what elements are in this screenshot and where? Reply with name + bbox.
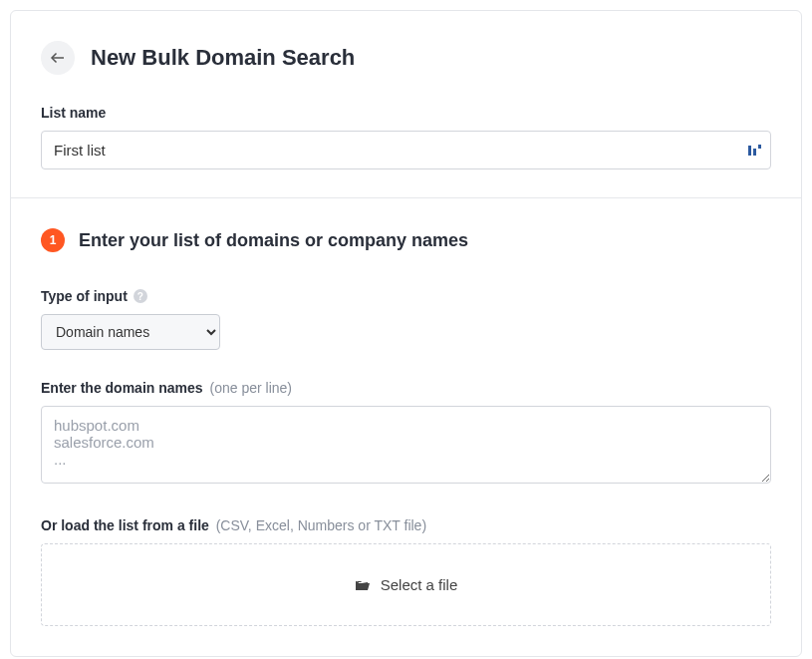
password-manager-icon xyxy=(747,144,761,158)
svg-rect-1 xyxy=(748,146,751,156)
page-title: New Bulk Domain Search xyxy=(91,45,355,71)
domains-label-text: Enter the domain names xyxy=(41,380,203,396)
domains-hint: (one per line) xyxy=(209,380,292,396)
file-drop-text: Select a file xyxy=(381,576,458,593)
svg-rect-3 xyxy=(758,145,761,149)
list-name-input[interactable] xyxy=(41,131,771,169)
file-load-group: Or load the list from a file (CSV, Excel… xyxy=(41,517,771,626)
header-section: New Bulk Domain Search List name xyxy=(11,11,801,197)
file-drop-zone[interactable]: Select a file xyxy=(41,543,771,626)
svg-rect-2 xyxy=(753,149,756,156)
folder-open-icon xyxy=(355,578,371,592)
input-type-select[interactable]: Domain names xyxy=(41,314,220,350)
help-icon[interactable]: ? xyxy=(134,289,147,303)
input-type-label-row: Type of input ? xyxy=(41,288,771,304)
back-button[interactable] xyxy=(41,41,75,75)
input-type-group: Type of input ? Domain names xyxy=(41,288,771,350)
file-load-hint: (CSV, Excel, Numbers or TXT file) xyxy=(216,517,426,533)
main-card: New Bulk Domain Search List name 1 Enter… xyxy=(10,10,802,657)
domains-textarea[interactable] xyxy=(41,406,771,484)
file-load-label: Or load the list from a file (CSV, Excel… xyxy=(41,517,771,533)
arrow-left-icon xyxy=(49,49,67,67)
step-number-badge: 1 xyxy=(41,228,65,252)
file-load-label-text: Or load the list from a file xyxy=(41,517,209,533)
list-name-input-wrapper xyxy=(41,131,771,169)
domains-group: Enter the domain names (one per line) xyxy=(41,380,771,488)
input-type-label: Type of input xyxy=(41,288,128,304)
body-section: 1 Enter your list of domains or company … xyxy=(11,198,801,656)
step-header: 1 Enter your list of domains or company … xyxy=(41,228,771,252)
title-row: New Bulk Domain Search xyxy=(41,41,771,75)
list-name-label: List name xyxy=(41,105,771,121)
domains-label: Enter the domain names (one per line) xyxy=(41,380,771,396)
step-title: Enter your list of domains or company na… xyxy=(79,230,468,251)
